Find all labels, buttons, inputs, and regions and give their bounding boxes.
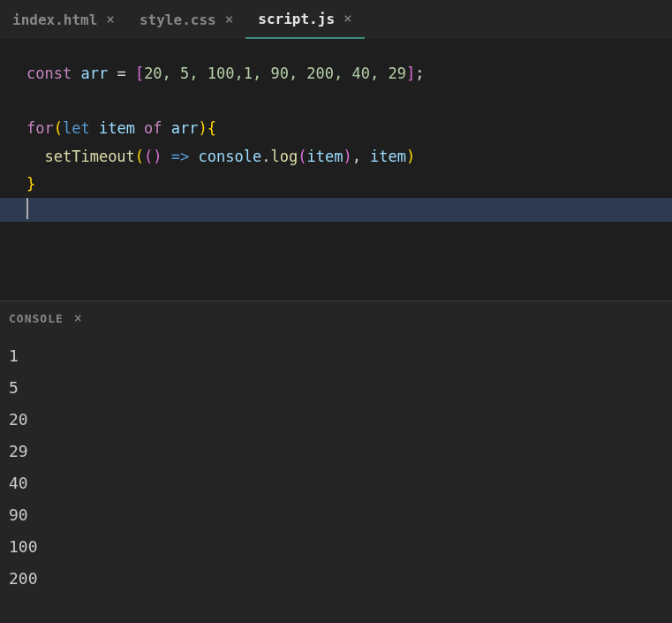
keyword-let: let	[63, 119, 90, 137]
console-line: 1	[9, 340, 663, 372]
numbers: 20, 5, 100,1, 90, 200, 40, 29	[144, 65, 406, 82]
code-line: const arr = [20, 5, 100,1, 90, 200, 40, …	[0, 60, 672, 87]
current-line-highlight	[0, 198, 672, 222]
code-editor[interactable]: const arr = [20, 5, 100,1, 90, 200, 40, …	[0, 39, 672, 300]
tab-label: script.js	[258, 11, 335, 27]
comma: ,	[352, 148, 370, 165]
function: setTimeout	[44, 148, 134, 165]
operator: =	[108, 65, 135, 82]
tab-bar: index.html × style.css × script.js ×	[0, 0, 672, 39]
paren: (	[54, 119, 63, 137]
paren: )	[153, 148, 162, 165]
dot: .	[261, 148, 270, 165]
code-line: }	[0, 171, 672, 198]
paren: (	[298, 148, 306, 165]
console-line: 100	[9, 531, 663, 563]
bracket: [	[135, 65, 144, 82]
console-line: 5	[9, 372, 663, 404]
tab-index-html[interactable]: index.html ×	[0, 0, 127, 39]
object: console	[199, 148, 262, 165]
variable: item	[90, 119, 144, 137]
text-cursor	[26, 198, 28, 219]
close-icon[interactable]: ×	[344, 11, 352, 26]
paren: )	[199, 119, 208, 137]
variable: item	[370, 148, 406, 165]
variable: arr	[162, 119, 199, 137]
console-line: 20	[9, 404, 663, 436]
keyword-for: for	[26, 119, 54, 137]
brace: }	[26, 175, 35, 193]
code-line: setTimeout(() => console.log(item), item…	[0, 143, 672, 171]
console-title: CONSOLE	[9, 312, 64, 325]
console-line: 29	[9, 436, 663, 467]
code-line-empty	[0, 87, 672, 115]
variable: item	[306, 148, 343, 165]
console-output[interactable]: 1 5 20 29 40 90 100 200	[0, 335, 672, 600]
tab-script-js[interactable]: script.js ×	[245, 0, 364, 39]
semicolon: ;	[415, 65, 424, 82]
keyword-of: of	[144, 119, 162, 137]
console-line: 40	[9, 467, 663, 499]
keyword-const: const	[26, 65, 72, 82]
close-icon[interactable]: ×	[74, 310, 82, 326]
code-line: for(let item of arr){	[0, 115, 672, 142]
close-icon[interactable]: ×	[225, 12, 234, 27]
tab-style-css[interactable]: style.css ×	[127, 0, 245, 39]
close-icon[interactable]: ×	[106, 12, 115, 27]
tab-label: style.css	[140, 11, 216, 28]
paren: )	[406, 148, 415, 165]
console-line: 200	[9, 563, 663, 595]
paren: (	[144, 148, 153, 165]
brace: {	[208, 119, 216, 137]
paren: (	[135, 148, 144, 165]
tab-label: index.html	[12, 11, 97, 28]
console-panel: CONSOLE × 1 5 20 29 40 90 100 200	[0, 300, 672, 623]
paren: )	[343, 148, 351, 165]
bracket: ]	[406, 65, 415, 82]
console-line: 90	[9, 499, 663, 531]
console-header: CONSOLE ×	[0, 301, 672, 335]
function: log	[270, 148, 298, 165]
indent	[26, 148, 44, 165]
arrow: =>	[162, 148, 199, 165]
variable: arr	[80, 65, 108, 82]
